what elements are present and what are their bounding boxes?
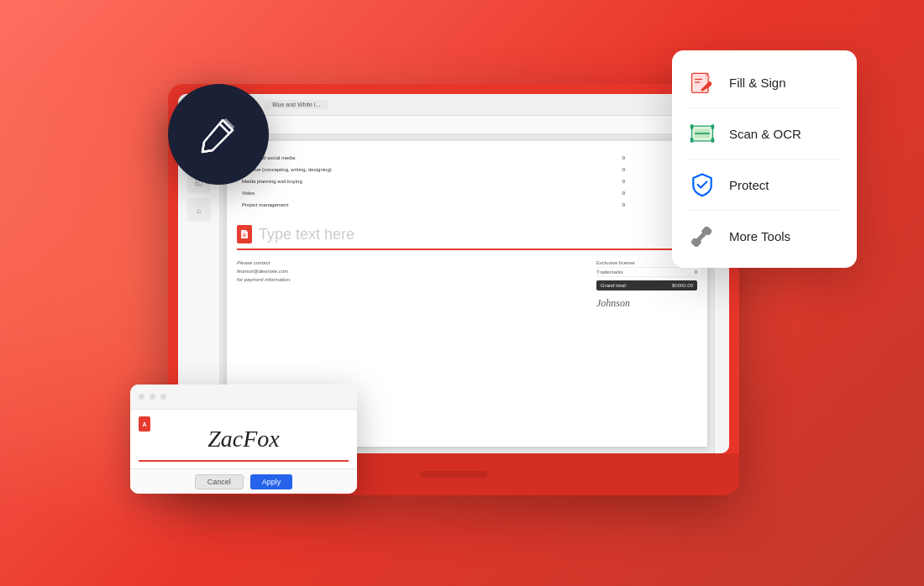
pen-circle-icon [168,84,269,185]
sig-card-footer: Cancel Apply [130,468,357,494]
svg-text:A: A [243,233,246,238]
fill-sign-icon-wrap [687,67,717,97]
protect-icon [689,171,716,198]
sig-dot-2 [150,394,155,400]
sidebar-search-icon[interactable]: ⌕ [187,198,211,222]
sig-card-header [130,385,357,410]
table-row: Media planning and buying 0 0 [239,176,696,186]
more-tools-icon [689,222,716,249]
trademarks-row: Trademarks 0 [596,268,697,277]
svg-rect-9 [690,138,694,142]
sig-dot-1 [139,394,144,400]
table-row: Digital and social media 0 0 [239,153,696,163]
sig-dot-3 [160,394,166,400]
protect-icon-wrap [687,170,717,200]
scan-ocr-icon-wrap [687,118,717,149]
scan-icon [689,120,716,147]
table-row: Project management 0 0 [239,200,696,210]
table-row: Creative (concepting, writing, designing… [239,165,696,175]
sig-underline [139,460,349,462]
divider-3 [687,210,842,211]
pdf-bottom-section: Please contact finance@dexinote.com for … [237,259,697,310]
tools-panel: Fill & Sign Scan & OCR Protect [672,50,857,268]
type-text-area[interactable]: A Type text here [237,220,697,250]
svg-rect-7 [690,124,694,128]
more-tools-label: More Tools [729,229,790,243]
acrobat-small-icon: A [237,225,252,243]
signature-card: A ZacFox Cancel Apply [130,385,357,494]
protect-label: Protect [729,178,769,192]
table-row: Video 0 0 [239,188,696,198]
contact-text: Please contact finance@dexinote.com for … [237,259,588,285]
fill-sign-item[interactable]: Fill & Sign [672,59,857,106]
protect-item[interactable]: Protect [672,161,857,208]
fill-sign-icon [689,69,716,96]
sig-acrobat-icon: A [139,416,150,432]
svg-rect-8 [711,124,715,128]
more-tools-item[interactable]: More Tools [672,212,857,259]
contact-info: Please contact finance@dexinote.com for … [237,259,588,310]
document-tab[interactable]: Blue and White I... [265,100,327,109]
scan-ocr-item[interactable]: Scan & OCR [672,110,857,157]
pdf-table: Digital and social media 0 0 Creative (c… [237,151,697,212]
more-tools-icon-wrap [687,221,717,251]
grand-total-row: Grand total: $0000.00 [596,280,697,290]
type-text-placeholder: Type text here [259,226,354,243]
sig-card-body: A ZacFox [130,410,357,468]
apply-button[interactable]: Apply [250,474,293,489]
scan-ocr-label: Scan & OCR [729,127,801,141]
signature-display: Johnson [596,297,697,310]
divider-2 [687,159,842,160]
fill-sign-label: Fill & Sign [729,76,786,90]
divider-1 [687,107,842,108]
laptop-notch [420,471,487,478]
cancel-button[interactable]: Cancel [195,474,244,489]
svg-rect-10 [711,138,715,142]
signature-handwriting: ZacFox [207,426,280,453]
